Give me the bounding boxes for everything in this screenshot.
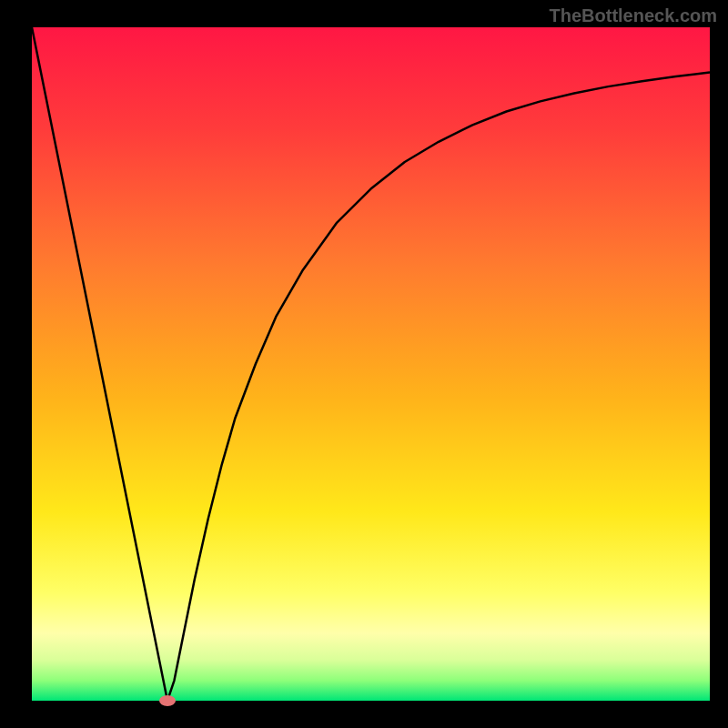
watermark-text: TheBottleneck.com xyxy=(550,5,717,26)
chart-container xyxy=(0,0,728,728)
bottleneck-chart xyxy=(0,0,728,728)
plot-area xyxy=(32,27,710,701)
optimum-point xyxy=(159,695,176,706)
